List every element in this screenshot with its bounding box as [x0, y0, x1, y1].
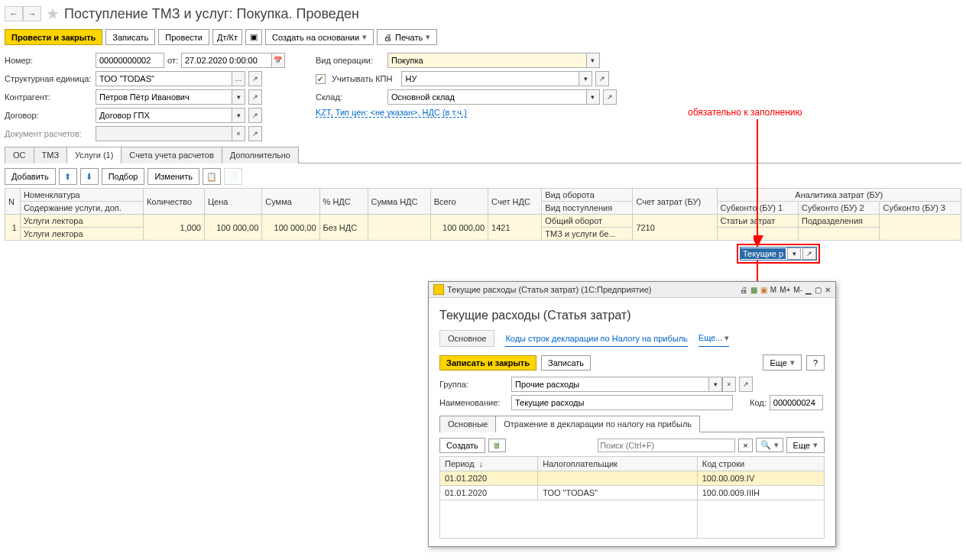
copy-icon[interactable]: 📋	[203, 168, 221, 185]
post-button[interactable]: Провести	[158, 29, 209, 45]
move-down-icon[interactable]: ⬇	[80, 168, 99, 185]
contragent-open-icon[interactable]: ↗	[248, 89, 262, 105]
create-based-button[interactable]: Создать на основании	[265, 29, 374, 45]
dt-kt-icon[interactable]: Дт/Кт	[212, 29, 242, 45]
kpn-checkbox[interactable]	[316, 74, 326, 84]
col-total[interactable]: Всего	[430, 189, 488, 215]
col-accnds[interactable]: Счет НДС	[488, 189, 542, 215]
nav-back[interactable]: ←	[5, 6, 23, 21]
tab-accounts[interactable]: Счета учета расчетов	[121, 147, 222, 163]
unit-select-icon[interactable]: …	[232, 71, 245, 86]
post-and-close-button[interactable]: Провести и закрыть	[5, 29, 102, 45]
nav-fwd[interactable]: →	[23, 6, 41, 21]
kpn-label: Учитывать КПН	[332, 74, 393, 83]
grid-row[interactable]: 1 Услуги лектора 1,000 100 000,00 100 00…	[5, 215, 961, 228]
contract-dd-icon[interactable]: ▾	[232, 108, 245, 123]
col-postup[interactable]: Вид поступления	[542, 202, 633, 215]
contragent-input[interactable]	[96, 89, 232, 105]
kpn-input[interactable]	[401, 71, 579, 86]
sklad-input[interactable]	[387, 89, 586, 105]
price-info-link[interactable]: KZT, Тип цен: <не указан>, НДС (в т.ч.)	[316, 108, 467, 118]
sklad-open-icon[interactable]: ↗	[603, 89, 617, 105]
podbor-button[interactable]: Подбор	[102, 168, 145, 185]
tab-tmz[interactable]: ТМЗ	[34, 147, 68, 163]
docpay-input	[96, 126, 232, 141]
contragent-dd-icon[interactable]: ▾	[232, 89, 245, 105]
col-pnds[interactable]: % НДС	[319, 189, 368, 215]
col-content[interactable]: Содержание услуги, доп.	[20, 202, 143, 215]
col-sum[interactable]: Сумма	[262, 189, 319, 215]
col-cost[interactable]: Счет затрат (БУ)	[633, 189, 717, 215]
paste-icon[interactable]: 📄	[224, 168, 242, 185]
col-n[interactable]: N	[5, 189, 21, 215]
sklad-label: Склад:	[316, 92, 384, 102]
page-title: Поступление ТМЗ и услуг: Покупка. Провед…	[64, 6, 359, 22]
col-s3[interactable]: Субконто (БУ) 3	[880, 202, 961, 215]
print-label: Печать	[395, 33, 423, 42]
docpay-clear-icon[interactable]: ×	[232, 126, 245, 141]
ot-label: от:	[167, 56, 178, 65]
move-up-icon[interactable]: ⬆	[59, 168, 77, 185]
tab-os[interactable]: ОС	[5, 147, 34, 163]
col-anal: Аналитика затрат (БУ)	[717, 189, 961, 202]
col-price[interactable]: Цена	[204, 189, 261, 215]
kpn-open-icon[interactable]: ↗	[595, 71, 609, 86]
number-input[interactable]	[96, 53, 164, 68]
write-button[interactable]: Записать	[105, 29, 155, 45]
col-oborot[interactable]: Вид оборота	[542, 189, 633, 202]
sklad-dd-icon[interactable]: ▾	[586, 89, 600, 105]
col-qty[interactable]: Количество	[143, 189, 204, 215]
unit-label: Структурная единица:	[5, 74, 92, 83]
optype-dd-icon[interactable]: ▾	[586, 53, 600, 68]
print-button[interactable]: 🖨 Печать	[377, 29, 437, 45]
services-grid: N Номенклатура Количество Цена Сумма % Н…	[5, 188, 961, 241]
unit-input[interactable]	[96, 71, 232, 86]
tab-uslugi[interactable]: Услуги (1)	[66, 147, 122, 163]
subkonto1-edit-highlight: Текущие р ▾ ↗	[737, 244, 820, 245]
calendar-icon[interactable]: 📅	[271, 53, 285, 68]
add-row-button[interactable]: Добавить	[5, 168, 56, 185]
optype-label: Вид операции:	[316, 56, 384, 65]
favorite-star-icon[interactable]: ★	[46, 5, 60, 23]
col-sumnds[interactable]: Сумма НДС	[368, 189, 430, 215]
mandatory-note: обязательно к заполнению	[688, 107, 802, 118]
unit-open-icon[interactable]: ↗	[248, 71, 262, 86]
docpay-open-icon[interactable]: ↗	[248, 126, 262, 141]
tab-additional[interactable]: Дополнительно	[222, 147, 299, 163]
optype-input[interactable]	[387, 53, 586, 68]
contract-input[interactable]	[96, 108, 232, 123]
contragent-label: Контрагент:	[5, 92, 92, 102]
date-input[interactable]	[181, 53, 271, 68]
docpay-label: Документ расчетов:	[5, 129, 92, 138]
col-nom[interactable]: Номенклатура	[20, 189, 143, 202]
contract-label: Договор:	[5, 111, 92, 120]
number-label: Номер:	[5, 56, 92, 65]
change-button[interactable]: Изменить	[147, 168, 199, 185]
structure-icon[interactable]: ▣	[245, 29, 262, 45]
printer-icon: 🖨	[384, 33, 392, 42]
col-s2[interactable]: Субконто (БУ) 2	[799, 202, 880, 215]
kpn-dd-icon[interactable]: ▾	[579, 71, 592, 86]
col-s1[interactable]: Субконто (БУ) 1	[717, 202, 798, 215]
contract-open-icon[interactable]: ↗	[248, 108, 262, 123]
